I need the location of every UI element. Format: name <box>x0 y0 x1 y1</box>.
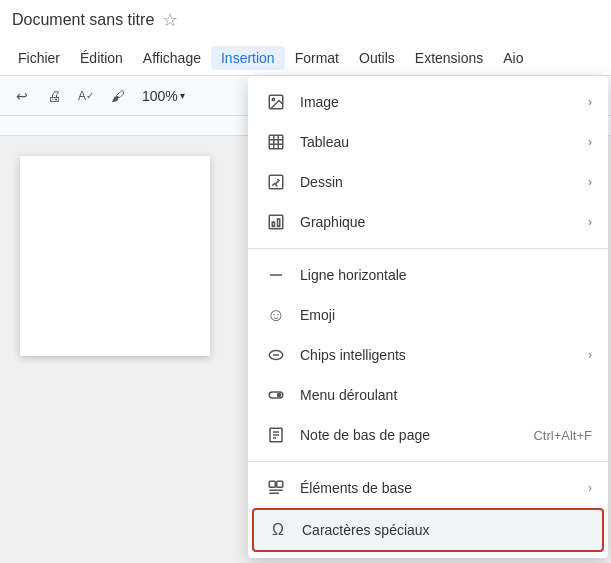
undo-button[interactable]: ↩ <box>8 82 36 110</box>
caracteres-label: Caractères spéciaux <box>302 522 590 538</box>
dropdown-item-note[interactable]: Note de bas de page Ctrl+Alt+F <box>248 415 608 455</box>
dropdown-item-caracteres[interactable]: Ω Caractères spéciaux <box>252 508 604 552</box>
zoom-control[interactable]: 100% ▾ <box>136 86 191 106</box>
ligne-label: Ligne horizontale <box>300 267 592 283</box>
dessin-label: Dessin <box>300 174 580 190</box>
svg-rect-9 <box>272 222 274 227</box>
line-icon <box>264 263 288 287</box>
insertion-dropdown: Image › Tableau › Dessin › <box>248 76 608 558</box>
chips-icon <box>264 343 288 367</box>
dropdown-item-emoji[interactable]: ☺ Emoji <box>248 295 608 335</box>
elements-icon <box>264 476 288 500</box>
document-title[interactable]: Document sans titre <box>12 11 154 29</box>
svg-rect-10 <box>278 219 280 227</box>
svg-point-1 <box>272 98 274 100</box>
drawing-icon <box>264 170 288 194</box>
note-label: Note de bas de page <box>300 427 517 443</box>
dropdown-item-dessin[interactable]: Dessin › <box>248 162 608 202</box>
dropdown-item-graphique[interactable]: Graphique › <box>248 202 608 242</box>
image-icon <box>264 90 288 114</box>
menu-affichage[interactable]: Affichage <box>133 46 211 70</box>
elements-arrow: › <box>588 481 592 495</box>
menu-edition[interactable]: Édition <box>70 46 133 70</box>
separator-2 <box>248 461 608 462</box>
chips-label: Chips intelligents <box>300 347 580 363</box>
zoom-level: 100% <box>142 88 178 104</box>
graphique-label: Graphique <box>300 214 580 230</box>
separator-1 <box>248 248 608 249</box>
document-page <box>20 156 210 356</box>
dropdown-menu-icon <box>264 383 288 407</box>
svg-rect-21 <box>269 481 275 487</box>
menu-fichier[interactable]: Fichier <box>8 46 70 70</box>
dropdown-item-chips[interactable]: Chips intelligents › <box>248 335 608 375</box>
tableau-arrow: › <box>588 135 592 149</box>
menu-extensions[interactable]: Extensions <box>405 46 493 70</box>
omega-icon: Ω <box>266 518 290 542</box>
print-button[interactable]: 🖨 <box>40 82 68 110</box>
menu-format[interactable]: Format <box>285 46 349 70</box>
chart-icon <box>264 210 288 234</box>
tableau-label: Tableau <box>300 134 580 150</box>
dropdown-item-elements[interactable]: Éléments de base › <box>248 468 608 508</box>
chips-arrow: › <box>588 348 592 362</box>
svg-rect-2 <box>269 135 283 149</box>
elements-label: Éléments de base <box>300 480 580 496</box>
star-icon[interactable]: ☆ <box>162 9 178 31</box>
title-bar: Document sans titre ☆ <box>0 0 611 40</box>
dessin-arrow: › <box>588 175 592 189</box>
menu-aide[interactable]: Aio <box>493 46 533 70</box>
menu-insertion[interactable]: Insertion <box>211 46 285 70</box>
menu-outils[interactable]: Outils <box>349 46 405 70</box>
note-shortcut: Ctrl+Alt+F <box>533 428 592 443</box>
svg-point-16 <box>278 394 281 397</box>
image-label: Image <box>300 94 580 110</box>
dropdown-item-menu-deroulant[interactable]: Menu déroulant <box>248 375 608 415</box>
menu-deroulant-label: Menu déroulant <box>300 387 592 403</box>
dropdown-item-tableau[interactable]: Tableau › <box>248 122 608 162</box>
svg-rect-22 <box>277 481 283 487</box>
emoji-icon: ☺ <box>264 303 288 327</box>
svg-rect-8 <box>269 215 283 229</box>
table-icon <box>264 130 288 154</box>
zoom-dropdown-icon: ▾ <box>180 90 185 101</box>
dropdown-item-image[interactable]: Image › <box>248 82 608 122</box>
image-arrow: › <box>588 95 592 109</box>
paint-format-button[interactable]: 🖌 <box>104 82 132 110</box>
menu-bar: Fichier Édition Affichage Insertion Form… <box>0 40 611 76</box>
dropdown-item-ligne[interactable]: Ligne horizontale <box>248 255 608 295</box>
svg-rect-7 <box>269 175 283 189</box>
spellcheck-button[interactable]: A✓ <box>72 82 100 110</box>
note-icon <box>264 423 288 447</box>
emoji-label: Emoji <box>300 307 592 323</box>
graphique-arrow: › <box>588 215 592 229</box>
